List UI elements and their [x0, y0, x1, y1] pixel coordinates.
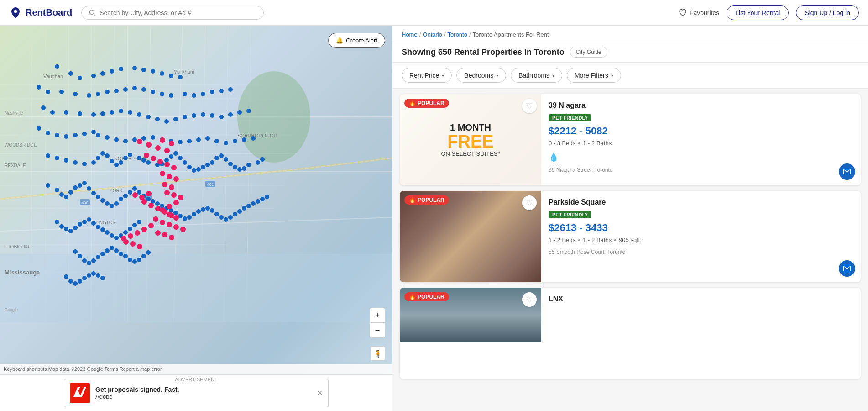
map-dot-blue[interactable] [110, 246, 114, 250]
map-dot-red[interactable] [164, 190, 170, 195]
map-dot-blue[interactable] [210, 160, 214, 165]
map-dot-blue[interactable] [169, 154, 173, 159]
map-dot-blue[interactable] [183, 115, 187, 119]
map-dot-blue[interactable] [68, 229, 73, 233]
map-dot-blue[interactable] [82, 181, 87, 185]
map-dot-blue[interactable] [128, 110, 132, 115]
listing-image[interactable]: 🔥 POPULAR ♡ [400, 288, 541, 379]
map-dot-blue[interactable] [59, 90, 64, 94]
map-dot-blue[interactable] [110, 69, 114, 74]
map-dot-blue[interactable] [87, 217, 91, 222]
map-dot-blue[interactable] [183, 92, 187, 96]
map-dot-red[interactable] [173, 200, 179, 206]
map-dot-blue[interactable] [91, 74, 96, 78]
map-dot-blue[interactable] [82, 132, 87, 136]
map-dot-blue[interactable] [59, 192, 64, 197]
search-input[interactable] [99, 9, 256, 16]
map-dot-blue[interactable] [178, 156, 183, 160]
map-dot-blue[interactable] [82, 162, 87, 166]
map-dot-red[interactable] [160, 220, 165, 225]
map-dot-blue[interactable] [119, 197, 123, 201]
map-dot-blue[interactable] [192, 93, 196, 98]
map-dot-blue[interactable] [100, 227, 105, 232]
map-dot-blue[interactable] [100, 71, 105, 76]
map-dot-blue[interactable] [123, 156, 128, 160]
map-dot-blue[interactable] [251, 201, 256, 206]
filter-more[interactable]: More Filters ▾ [567, 68, 621, 83]
map-dot-blue[interactable] [141, 254, 146, 258]
map-dot-blue[interactable] [219, 115, 224, 119]
map-dot-blue[interactable] [196, 167, 201, 172]
map-dot-red[interactable] [123, 239, 129, 245]
map-dot-blue[interactable] [87, 273, 91, 278]
map-dot-blue[interactable] [64, 158, 68, 163]
map-dot-blue[interactable] [228, 162, 233, 166]
map-dot-blue[interactable] [91, 191, 96, 195]
email-button[interactable] [839, 163, 855, 180]
map-dot-blue[interactable] [82, 220, 87, 224]
map-dot-blue[interactable] [141, 87, 146, 92]
map-dot-blue[interactable] [55, 188, 59, 192]
map-dot-blue[interactable] [196, 137, 201, 142]
map-dot-red[interactable] [162, 232, 167, 237]
map-dot-blue[interactable] [78, 76, 82, 80]
map-dot-blue[interactable] [78, 111, 82, 116]
favourite-button[interactable]: ♡ [522, 195, 537, 210]
map-dot-blue[interactable] [251, 136, 256, 141]
map-dot-blue[interactable] [119, 109, 123, 113]
map-dot-red[interactable] [157, 159, 163, 164]
filter-bedrooms[interactable]: Bedrooms ▾ [456, 68, 506, 83]
map-dot-blue[interactable] [169, 93, 173, 98]
map-dot-blue[interactable] [68, 279, 73, 284]
map-dot-blue[interactable] [110, 233, 114, 238]
map-dot-blue[interactable] [100, 252, 105, 256]
map-dot-blue[interactable] [192, 113, 196, 118]
map-dot-blue[interactable] [141, 68, 146, 72]
map-dot-blue[interactable] [201, 92, 205, 96]
map-dot-blue[interactable] [37, 126, 41, 131]
map-dot-blue[interactable] [242, 137, 246, 142]
map-dot-red[interactable] [171, 165, 177, 170]
map-dot-blue[interactable] [260, 157, 265, 162]
map-dot-blue[interactable] [256, 199, 260, 204]
breadcrumb-ontario[interactable]: Ontario [423, 31, 442, 38]
map-dot-blue[interactable] [146, 160, 151, 165]
map-dot-blue[interactable] [137, 258, 141, 262]
map-dot-blue[interactable] [173, 117, 178, 121]
map-dot-blue[interactable] [91, 271, 96, 276]
map-dot-red[interactable] [146, 142, 152, 148]
map-dot-blue[interactable] [100, 198, 105, 203]
map-dot-blue[interactable] [46, 153, 50, 158]
map-dot-red[interactable] [167, 222, 172, 227]
map-dot-blue[interactable] [96, 156, 100, 160]
map-dot-blue[interactable] [68, 71, 73, 76]
map-dot-blue[interactable] [105, 201, 110, 206]
map-dot-blue[interactable] [132, 186, 137, 191]
map-dot-blue[interactable] [228, 112, 233, 117]
list-rental-button[interactable]: List Your Rental [727, 5, 789, 20]
map-dot-blue[interactable] [214, 156, 219, 160]
map-dot-blue[interactable] [228, 87, 233, 92]
favourite-button[interactable]: ♡ [522, 99, 537, 113]
filter-bathrooms[interactable]: Bathrooms ▾ [511, 68, 562, 83]
map-dot-blue[interactable] [146, 250, 151, 255]
map-dot-red[interactable] [148, 223, 154, 228]
map-dot-blue[interactable] [128, 190, 132, 195]
map-dot-red[interactable] [180, 227, 186, 232]
map-dot-red[interactable] [137, 139, 142, 144]
map-dot-blue[interactable] [237, 209, 242, 214]
map-dot-blue[interactable] [46, 183, 50, 188]
map-dot-red[interactable] [162, 182, 167, 187]
map-dot-blue[interactable] [242, 166, 246, 171]
map-dot-red[interactable] [148, 203, 154, 208]
map-dot-blue[interactable] [132, 259, 137, 264]
map-dot-blue[interactable] [114, 248, 119, 253]
logo[interactable]: RentBoard [9, 6, 72, 19]
map-dot-red[interactable] [151, 156, 156, 161]
map-dot-blue[interactable] [132, 137, 137, 142]
map-dot-red[interactable] [173, 176, 179, 182]
sign-up-button[interactable]: Sign Up / Log in [796, 5, 859, 20]
map-dot-blue[interactable] [237, 167, 242, 172]
map-dot-red[interactable] [167, 204, 172, 209]
map-dot-blue[interactable] [132, 66, 137, 70]
